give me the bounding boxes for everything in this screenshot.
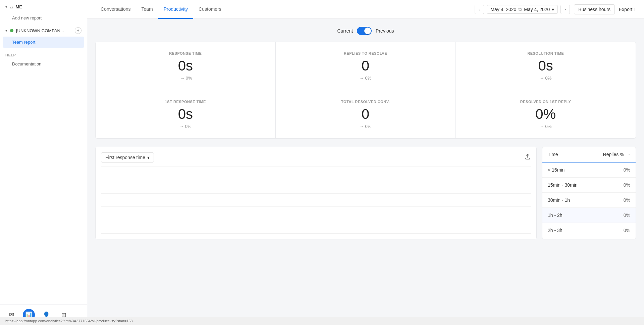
stat-resolved-label: RESOLVED ON 1ST REPLY — [520, 100, 571, 104]
row-label-2h-3h: 2h - 3h — [548, 228, 562, 233]
table-col-replies: Replies % ↑ — [603, 152, 630, 157]
stat-response-time-label: RESPONSE TIME — [169, 51, 202, 55]
content-area: Current Previous RESPONSE TIME 0s → 0% R… — [87, 19, 644, 325]
company-label: [UNKNOWN COMPAN... — [16, 28, 72, 33]
tab-conversations[interactable]: Conversations — [95, 0, 136, 19]
stat-resolution-time: RESOLUTION TIME 0s → 0% — [455, 42, 636, 90]
stat-resolved-change: → 0% — [540, 124, 551, 129]
tab-productivity[interactable]: Productivity — [158, 0, 193, 19]
company-add-icon[interactable]: + — [75, 27, 82, 34]
row-label-1h-2h: 1h - 2h — [548, 213, 562, 218]
table-row: 30min - 1h 0% — [542, 193, 636, 208]
grid-line — [101, 233, 531, 234]
date-range-picker[interactable]: May 4, 2020 to May 4, 2020 ▾ — [487, 5, 558, 14]
chart-header: First response time ▾ — [101, 152, 531, 162]
stat-total-resolved: TOTAL RESOLVED CONV. 0 → 0% — [276, 90, 456, 138]
date-chevron-icon: ▾ — [552, 7, 554, 12]
stat-total-resolved-value: 0 — [362, 107, 369, 121]
current-previous-toggle[interactable] — [357, 27, 372, 35]
chart-export-button[interactable] — [524, 153, 531, 161]
row-value-2h-3h: 0% — [624, 228, 630, 233]
date-from: May 4, 2020 — [490, 7, 516, 12]
sidebar-company-section[interactable]: ▾ [UNKNOWN COMPAN... + — [0, 25, 87, 37]
status-url: https://app.frontapp.com/analytics2/tim%… — [87, 319, 136, 323]
stat-resolution-value: 0s — [538, 59, 553, 73]
sidebar-help-label: HELP — [0, 48, 87, 58]
sidebar: ▾ ⌂ ME Add new report ▾ [UNKNOWN COMPAN.… — [0, 0, 87, 325]
nav-right: ‹ May 4, 2020 to May 4, 2020 ▾ › Busines… — [475, 0, 636, 18]
chart-section: First response time ▾ — [95, 147, 636, 239]
row-value-15-30: 0% — [624, 182, 630, 188]
table-export-icon[interactable]: ↑ — [628, 152, 631, 157]
stat-resolved-first-reply: RESOLVED ON 1ST REPLY 0% → 0% — [455, 90, 636, 138]
chart-grid — [101, 167, 531, 234]
grid-line — [101, 193, 531, 194]
company-chevron-icon: ▾ — [5, 29, 7, 33]
stat-first-response-label: 1ST RESPONSE TIME — [165, 100, 206, 104]
table-row: 15min - 30min 0% — [542, 178, 636, 193]
main-content: Conversations Team Productivity Customer… — [87, 0, 644, 325]
stat-replies-label: REPLIES TO RESOLVE — [344, 51, 387, 55]
stats-grid: RESPONSE TIME 0s → 0% REPLIES TO RESOLVE… — [95, 42, 636, 139]
toggle-row: Current Previous — [95, 27, 636, 35]
add-new-report-item[interactable]: Add new report — [0, 13, 87, 25]
home-icon: ⌂ — [10, 4, 13, 9]
stat-resolved-value: 0% — [535, 107, 556, 121]
chart-dropdown-icon: ▾ — [147, 155, 150, 160]
tab-team[interactable]: Team — [136, 0, 158, 19]
stat-resolution-change: → 0% — [540, 76, 551, 81]
export-button[interactable]: Export ↑ — [619, 7, 636, 12]
sidebar-item-team-report[interactable]: Team report — [3, 37, 84, 48]
chart-type-dropdown[interactable]: First response time ▾ — [101, 152, 154, 162]
chart-card: First response time ▾ — [95, 147, 537, 239]
row-value-lt15: 0% — [624, 167, 630, 173]
row-value-30-1h: 0% — [624, 197, 630, 203]
date-to-label: to — [518, 7, 522, 12]
stat-first-response-change: → 0% — [179, 124, 191, 129]
sidebar-me-section[interactable]: ▾ ⌂ ME — [0, 0, 87, 13]
table-row: 2h - 3h 0% — [542, 223, 636, 238]
table-col-time: Time — [548, 152, 558, 157]
stat-replies-change: → 0% — [360, 76, 371, 81]
stat-resolution-label: RESOLUTION TIME — [527, 51, 564, 55]
row-label-15-30: 15min - 30min — [548, 182, 578, 188]
stat-replies-resolve: REPLIES TO RESOLVE 0 → 0% — [276, 42, 456, 90]
tab-customers[interactable]: Customers — [193, 0, 227, 19]
chart-area — [101, 167, 531, 234]
table-row: < 15min 0% — [542, 162, 636, 178]
stat-response-time-value: 0s — [178, 59, 193, 73]
grid-line — [101, 167, 531, 167]
top-nav: Conversations Team Productivity Customer… — [87, 0, 644, 19]
stat-response-time: RESPONSE TIME 0s → 0% — [96, 42, 276, 90]
table-header: Time Replies % ↑ — [542, 147, 636, 162]
stat-first-response: 1ST RESPONSE TIME 0s → 0% — [96, 90, 276, 138]
previous-label: Previous — [376, 28, 394, 34]
stat-response-time-change: → 0% — [179, 76, 192, 81]
row-label-30-1h: 30min - 1h — [548, 197, 570, 203]
status-bar: https://app.frontapp.com/analytics2/tim%… — [87, 317, 644, 325]
current-label: Current — [337, 28, 353, 34]
chart-dropdown-label: First response time — [105, 155, 145, 160]
business-hours-button[interactable]: Business hours — [574, 4, 615, 14]
stat-total-resolved-change: → 0% — [360, 124, 371, 129]
table-card: Time Replies % ↑ < 15min 0% 15min - 30mi… — [542, 147, 636, 239]
row-value-1h-2h: 0% — [624, 213, 630, 218]
next-date-button[interactable]: › — [560, 5, 570, 14]
company-dot-icon — [10, 29, 13, 32]
sidebar-me-label: ME — [15, 4, 22, 9]
upload-icon: ↑ — [634, 7, 636, 12]
chevron-down-icon: ▾ — [5, 5, 7, 9]
grid-line — [101, 206, 531, 207]
grid-line — [101, 220, 531, 220]
row-label-lt15: < 15min — [548, 167, 565, 173]
table-row-highlighted: 1h - 2h 0% — [542, 208, 636, 223]
stat-first-response-value: 0s — [178, 107, 193, 121]
stat-total-resolved-label: TOTAL RESOLVED CONV. — [341, 100, 390, 104]
prev-date-button[interactable]: ‹ — [475, 5, 484, 14]
grid-line — [101, 180, 531, 180]
sidebar-item-documentation[interactable]: Documentation — [0, 58, 87, 69]
stat-replies-value: 0 — [362, 59, 369, 73]
date-to: May 4, 2020 — [524, 7, 550, 12]
toggle-knob — [364, 28, 371, 34]
date-navigator: ‹ May 4, 2020 to May 4, 2020 ▾ › — [475, 5, 570, 14]
